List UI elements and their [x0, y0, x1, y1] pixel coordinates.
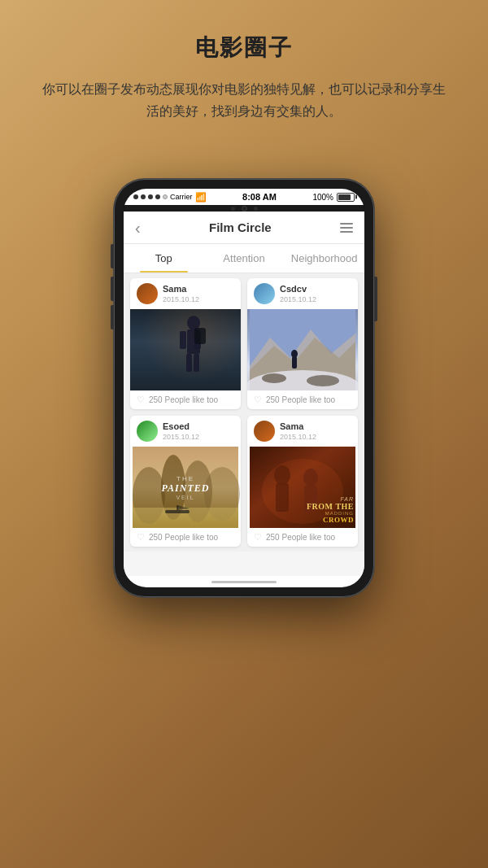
card-1-header: Sama 2015.10.12 — [130, 278, 241, 309]
heart-icon-1[interactable]: ♡ — [137, 395, 145, 405]
app-title: 电影圈子 — [0, 33, 488, 63]
card-4-header: Sama 2015.10.12 — [247, 416, 358, 447]
signal-dot-2 — [141, 194, 146, 199]
signal-dot-5 — [163, 194, 168, 199]
feed-card-2[interactable]: Csdcv 2015.10.12 — [247, 278, 358, 409]
card-4-image: FAR FROM THE MADDING CROWD — [247, 447, 358, 528]
far-from-madding-text: FAR FROM THE MADDING CROWD — [307, 496, 354, 524]
battery-percent: 100% — [312, 193, 333, 202]
like-count-1: 250 People like too — [149, 395, 218, 404]
card-1-footer: ♡ 250 People like too — [130, 390, 241, 409]
feed-card-1[interactable]: Sama 2015.10.12 — [130, 278, 241, 409]
card-4-avatar — [254, 421, 275, 442]
card-4-username: Sama — [280, 421, 351, 432]
far-line2: FROM THE — [307, 502, 354, 511]
painted-veil-line1: THE — [162, 475, 210, 482]
home-bar[interactable] — [124, 576, 364, 587]
back-button[interactable]: ‹ — [135, 220, 141, 236]
tab-top[interactable]: Top — [124, 244, 204, 273]
signal-dot-4 — [155, 194, 160, 199]
like-count-2: 250 People like too — [266, 395, 335, 404]
status-right: 100% — [312, 193, 355, 202]
painted-veil-line2: PAINTED — [162, 482, 210, 495]
card-1-avatar — [137, 283, 158, 304]
app-description: 你可以在圈子发布动态展现你对电影的独特见解，也可以记录和分享生活的美好，找到身边… — [0, 78, 488, 122]
soldier-silhouette — [173, 313, 214, 374]
speaker-dot — [231, 207, 235, 211]
battery-fill — [338, 194, 351, 200]
card-2-username: Csdcv — [280, 284, 351, 294]
svg-point-14 — [307, 375, 339, 386]
tabs-bar: Top Attention Neighborhood — [124, 244, 364, 273]
card-2-avatar — [254, 283, 275, 304]
card-3-date: 2015.10.12 — [163, 433, 234, 441]
top-section: 电影圈子 你可以在圈子发布动态展现你对电影的独特见解，也可以记录和分享生活的美好… — [0, 33, 488, 122]
card-1-date: 2015.10.12 — [163, 295, 234, 303]
card-2-image — [247, 309, 358, 390]
nav-title: Film Circle — [209, 220, 272, 234]
svg-rect-4 — [186, 354, 192, 372]
heart-icon-3[interactable]: ♡ — [137, 532, 145, 543]
like-count-3: 250 People like too — [149, 533, 218, 542]
svg-rect-12 — [292, 356, 297, 369]
card-3-footer: ♡ 250 People like too — [130, 528, 241, 547]
svg-rect-5 — [194, 354, 199, 372]
time-display: 8:08 AM — [242, 192, 277, 202]
signal-dot-1 — [133, 194, 138, 199]
heart-icon-4[interactable]: ♡ — [254, 532, 262, 543]
battery-icon — [337, 193, 355, 202]
svg-point-13 — [262, 373, 286, 383]
menu-line-3 — [340, 231, 353, 233]
nav-bar: ‹ Film Circle — [124, 212, 364, 244]
card-2-footer: ♡ 250 People like too — [247, 390, 358, 409]
home-bar-line — [211, 581, 277, 583]
camera-area — [124, 205, 364, 212]
card-2-meta: Csdcv 2015.10.12 — [280, 284, 351, 303]
feed-card-3[interactable]: Esoed 2015.10.12 — [130, 416, 241, 547]
card-1-meta: Sama 2015.10.12 — [163, 284, 234, 303]
card-2-date: 2015.10.12 — [280, 295, 351, 303]
card-3-username: Esoed — [163, 421, 234, 432]
sensor-dot — [254, 207, 258, 211]
card-1-image: 9.APRIL — [130, 309, 241, 390]
feed-grid: Sama 2015.10.12 — [124, 273, 364, 552]
card-3-avatar — [137, 421, 158, 442]
status-left: Carrier 📶 — [133, 192, 207, 203]
phone-screen: Carrier 📶 8:08 AM 100% — [124, 189, 364, 587]
menu-line-1 — [340, 223, 353, 225]
feed-card-4[interactable]: Sama 2015.10.12 — [247, 416, 358, 547]
far-line1: FAR — [307, 496, 354, 502]
far-line4: CROWD — [307, 516, 354, 524]
painted-veil-line3: VEIL — [162, 495, 210, 500]
carrier-label: Carrier — [170, 193, 193, 201]
phone-frame: Carrier 📶 8:08 AM 100% — [114, 179, 374, 597]
card-3-header: Esoed 2015.10.12 — [130, 416, 241, 447]
card-1-username: Sama — [163, 284, 234, 294]
app-content: ‹ Film Circle Top Attention — [124, 212, 364, 576]
heart-icon-2[interactable]: ♡ — [254, 395, 262, 405]
card-3-image: THE PAINTED VEIL — [130, 447, 241, 528]
card-2-header: Csdcv 2015.10.12 — [247, 278, 358, 309]
snow-scene-svg — [247, 309, 358, 390]
like-count-4: 250 People like too — [266, 533, 335, 542]
svg-rect-6 — [194, 328, 206, 344]
wifi-icon: 📶 — [195, 192, 207, 203]
card-4-footer: ♡ 250 People like too — [247, 528, 358, 547]
menu-line-2 — [340, 227, 353, 229]
status-bar: Carrier 📶 8:08 AM 100% — [124, 189, 364, 205]
tab-neighborhood[interactable]: Neighborhood — [284, 244, 364, 273]
card-4-date: 2015.10.12 — [280, 433, 351, 441]
painted-veil-text: THE PAINTED VEIL — [162, 475, 210, 500]
menu-button[interactable] — [340, 223, 353, 233]
card-4-meta: Sama 2015.10.12 — [280, 421, 351, 440]
phone-mockup: Carrier 📶 8:08 AM 100% — [114, 179, 374, 597]
camera-lens — [242, 206, 247, 212]
svg-rect-21 — [165, 510, 190, 513]
card-3-meta: Esoed 2015.10.12 — [163, 421, 234, 440]
tab-attention[interactable]: Attention — [204, 244, 285, 273]
svg-rect-2 — [180, 331, 186, 349]
app-bottom-space — [124, 552, 364, 576]
signal-dot-3 — [148, 194, 153, 199]
